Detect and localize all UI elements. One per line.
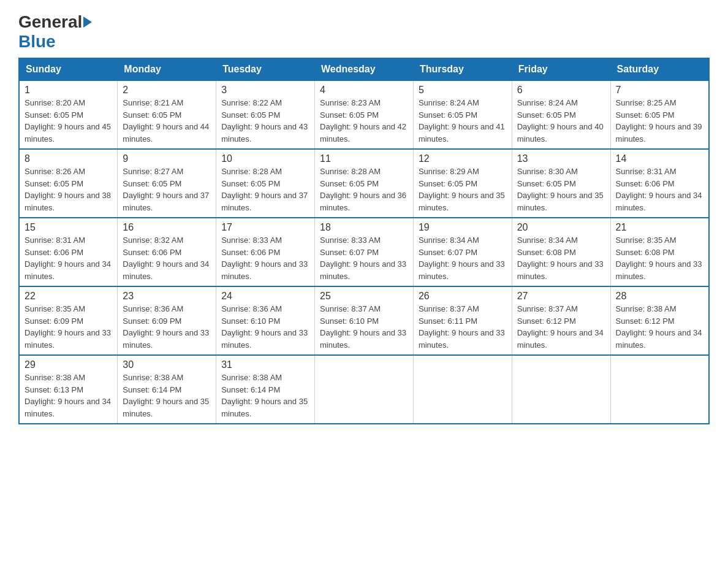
day-number: 7 — [616, 85, 703, 96]
calendar-day-cell: 27 Sunrise: 8:37 AMSunset: 6:12 PMDaylig… — [512, 286, 610, 355]
day-info: Sunrise: 8:27 AMSunset: 6:05 PMDaylight:… — [123, 167, 209, 212]
day-number: 6 — [517, 85, 605, 96]
calendar-day-cell — [315, 355, 414, 424]
header-thursday: Thursday — [413, 58, 512, 80]
day-info: Sunrise: 8:26 AMSunset: 6:05 PMDaylight:… — [25, 167, 111, 212]
calendar-day-cell: 9 Sunrise: 8:27 AMSunset: 6:05 PMDayligh… — [118, 149, 216, 218]
header-sunday: Sunday — [19, 58, 118, 80]
day-info: Sunrise: 8:31 AMSunset: 6:06 PMDaylight:… — [616, 167, 702, 212]
calendar-day-cell: 4 Sunrise: 8:23 AMSunset: 6:05 PMDayligh… — [315, 80, 414, 149]
day-info: Sunrise: 8:37 AMSunset: 6:11 PMDaylight:… — [419, 304, 505, 350]
calendar-day-cell: 1 Sunrise: 8:20 AMSunset: 6:05 PMDayligh… — [19, 80, 118, 149]
week-row-4: 22 Sunrise: 8:35 AMSunset: 6:09 PMDaylig… — [19, 286, 709, 355]
day-number: 11 — [320, 153, 408, 164]
calendar-day-cell: 22 Sunrise: 8:35 AMSunset: 6:09 PMDaylig… — [19, 286, 118, 355]
day-number: 30 — [123, 359, 211, 370]
day-number: 16 — [123, 222, 211, 233]
day-number: 10 — [221, 153, 309, 164]
calendar-day-cell: 12 Sunrise: 8:29 AMSunset: 6:05 PMDaylig… — [413, 149, 512, 218]
day-info: Sunrise: 8:30 AMSunset: 6:05 PMDaylight:… — [517, 167, 604, 212]
day-info: Sunrise: 8:23 AMSunset: 6:05 PMDaylight:… — [320, 98, 406, 144]
day-number: 3 — [221, 85, 309, 96]
day-info: Sunrise: 8:24 AMSunset: 6:05 PMDaylight:… — [517, 98, 604, 144]
calendar-day-cell: 5 Sunrise: 8:24 AMSunset: 6:05 PMDayligh… — [413, 80, 512, 149]
calendar-day-cell — [610, 355, 709, 424]
day-number: 28 — [616, 291, 703, 302]
calendar-day-cell: 25 Sunrise: 8:37 AMSunset: 6:10 PMDaylig… — [315, 286, 414, 355]
day-info: Sunrise: 8:20 AMSunset: 6:05 PMDaylight:… — [25, 98, 111, 144]
day-info: Sunrise: 8:38 AMSunset: 6:14 PMDaylight:… — [123, 373, 209, 418]
day-number: 19 — [419, 222, 507, 233]
day-info: Sunrise: 8:37 AMSunset: 6:12 PMDaylight:… — [517, 304, 604, 350]
day-info: Sunrise: 8:29 AMSunset: 6:05 PMDaylight:… — [419, 167, 505, 212]
day-number: 24 — [221, 291, 309, 302]
calendar-day-cell: 16 Sunrise: 8:32 AMSunset: 6:06 PMDaylig… — [118, 218, 216, 286]
day-number: 8 — [25, 153, 112, 164]
day-number: 27 — [517, 291, 605, 302]
day-info: Sunrise: 8:28 AMSunset: 6:05 PMDaylight:… — [221, 167, 308, 212]
calendar-day-cell: 20 Sunrise: 8:34 AMSunset: 6:08 PMDaylig… — [512, 218, 610, 286]
day-number: 1 — [25, 85, 112, 96]
day-info: Sunrise: 8:22 AMSunset: 6:05 PMDaylight:… — [221, 98, 308, 144]
calendar-day-cell: 31 Sunrise: 8:38 AMSunset: 6:14 PMDaylig… — [216, 355, 315, 424]
day-info: Sunrise: 8:34 AMSunset: 6:08 PMDaylight:… — [517, 236, 604, 281]
calendar-day-cell: 15 Sunrise: 8:31 AMSunset: 6:06 PMDaylig… — [19, 218, 118, 286]
day-info: Sunrise: 8:32 AMSunset: 6:06 PMDaylight:… — [123, 236, 209, 281]
day-number: 22 — [25, 291, 112, 302]
page-header: General Blue — [18, 12, 710, 52]
day-number: 17 — [221, 222, 309, 233]
day-number: 31 — [221, 359, 309, 370]
calendar-day-cell: 17 Sunrise: 8:33 AMSunset: 6:06 PMDaylig… — [216, 218, 315, 286]
day-info: Sunrise: 8:37 AMSunset: 6:10 PMDaylight:… — [320, 304, 406, 350]
day-number: 12 — [419, 153, 507, 164]
calendar-table: Sunday Monday Tuesday Wednesday Thursday… — [18, 58, 710, 424]
week-row-5: 29 Sunrise: 8:38 AMSunset: 6:13 PMDaylig… — [19, 355, 709, 424]
calendar-day-cell: 10 Sunrise: 8:28 AMSunset: 6:05 PMDaylig… — [216, 149, 315, 218]
calendar-day-cell — [413, 355, 512, 424]
calendar-day-cell: 8 Sunrise: 8:26 AMSunset: 6:05 PMDayligh… — [19, 149, 118, 218]
calendar-day-cell: 13 Sunrise: 8:30 AMSunset: 6:05 PMDaylig… — [512, 149, 610, 218]
weekday-header-row: Sunday Monday Tuesday Wednesday Thursday… — [19, 58, 709, 80]
header-monday: Monday — [118, 58, 216, 80]
day-number: 29 — [25, 359, 112, 370]
calendar-day-cell: 6 Sunrise: 8:24 AMSunset: 6:05 PMDayligh… — [512, 80, 610, 149]
day-info: Sunrise: 8:24 AMSunset: 6:05 PMDaylight:… — [419, 98, 505, 144]
day-number: 15 — [25, 222, 112, 233]
day-info: Sunrise: 8:25 AMSunset: 6:05 PMDaylight:… — [616, 98, 702, 144]
calendar-day-cell: 26 Sunrise: 8:37 AMSunset: 6:11 PMDaylig… — [413, 286, 512, 355]
day-number: 23 — [123, 291, 211, 302]
day-info: Sunrise: 8:21 AMSunset: 6:05 PMDaylight:… — [123, 98, 209, 144]
day-number: 21 — [616, 222, 703, 233]
calendar-day-cell: 29 Sunrise: 8:38 AMSunset: 6:13 PMDaylig… — [19, 355, 118, 424]
day-number: 26 — [419, 291, 507, 302]
calendar-day-cell: 3 Sunrise: 8:22 AMSunset: 6:05 PMDayligh… — [216, 80, 315, 149]
calendar-day-cell: 30 Sunrise: 8:38 AMSunset: 6:14 PMDaylig… — [118, 355, 216, 424]
day-number: 2 — [123, 85, 211, 96]
day-number: 9 — [123, 153, 211, 164]
day-info: Sunrise: 8:35 AMSunset: 6:09 PMDaylight:… — [25, 304, 111, 350]
header-friday: Friday — [512, 58, 610, 80]
week-row-3: 15 Sunrise: 8:31 AMSunset: 6:06 PMDaylig… — [19, 218, 709, 286]
day-info: Sunrise: 8:33 AMSunset: 6:07 PMDaylight:… — [320, 236, 406, 281]
day-info: Sunrise: 8:36 AMSunset: 6:09 PMDaylight:… — [123, 304, 209, 350]
day-info: Sunrise: 8:38 AMSunset: 6:14 PMDaylight:… — [221, 373, 308, 418]
day-info: Sunrise: 8:31 AMSunset: 6:06 PMDaylight:… — [25, 236, 111, 281]
calendar-day-cell: 7 Sunrise: 8:25 AMSunset: 6:05 PMDayligh… — [610, 80, 709, 149]
calendar-day-cell: 24 Sunrise: 8:36 AMSunset: 6:10 PMDaylig… — [216, 286, 315, 355]
day-info: Sunrise: 8:34 AMSunset: 6:07 PMDaylight:… — [419, 236, 505, 281]
calendar-day-cell — [512, 355, 610, 424]
logo: General Blue — [18, 12, 93, 52]
header-tuesday: Tuesday — [216, 58, 315, 80]
day-info: Sunrise: 8:36 AMSunset: 6:10 PMDaylight:… — [221, 304, 308, 350]
day-number: 4 — [320, 85, 408, 96]
day-info: Sunrise: 8:38 AMSunset: 6:13 PMDaylight:… — [25, 373, 111, 418]
calendar-day-cell: 19 Sunrise: 8:34 AMSunset: 6:07 PMDaylig… — [413, 218, 512, 286]
day-info: Sunrise: 8:33 AMSunset: 6:06 PMDaylight:… — [221, 236, 308, 281]
header-wednesday: Wednesday — [315, 58, 414, 80]
calendar-day-cell: 28 Sunrise: 8:38 AMSunset: 6:12 PMDaylig… — [610, 286, 709, 355]
week-row-1: 1 Sunrise: 8:20 AMSunset: 6:05 PMDayligh… — [19, 80, 709, 149]
day-number: 18 — [320, 222, 408, 233]
calendar-day-cell: 21 Sunrise: 8:35 AMSunset: 6:08 PMDaylig… — [610, 218, 709, 286]
calendar-day-cell: 23 Sunrise: 8:36 AMSunset: 6:09 PMDaylig… — [118, 286, 216, 355]
calendar-day-cell: 11 Sunrise: 8:28 AMSunset: 6:05 PMDaylig… — [315, 149, 414, 218]
